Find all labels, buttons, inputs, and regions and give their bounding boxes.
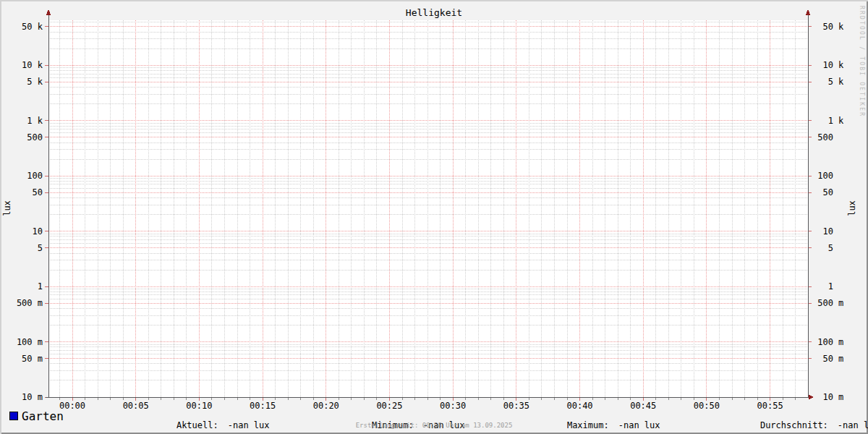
y-tick-label-left: 500 (27, 132, 43, 142)
y-tick-label-left: 100 (27, 171, 43, 181)
x-axis-arrow (809, 395, 814, 400)
y-tick-label-right-unit: k (838, 22, 844, 32)
y-tick-label-left: 50 (33, 187, 43, 197)
y-tick-label-left: 1 (38, 281, 43, 292)
y-tick-label-right: 1 (828, 281, 833, 292)
page-title: Helligkeit (0, 7, 868, 18)
rrdtool-graph: 00:0000:0500:1000:1500:2000:2500:3000:35… (0, 0, 868, 434)
y-tick-label-right: 10 (823, 226, 833, 237)
y-tick-label-right-unit: m (838, 337, 843, 347)
x-tick-label: 00:55 (757, 401, 783, 411)
y-tick-label-right-unit: m (838, 298, 843, 308)
y-tick-label-right-unit: k (838, 60, 844, 70)
y-tick-label-right: 5 (828, 243, 833, 253)
y-tick-label-left: 10 m (22, 392, 43, 402)
y-tick-label-right: 50 (823, 22, 833, 32)
y-tick-label-right: 500 (817, 132, 833, 142)
x-tick-label: 00:10 (186, 401, 212, 411)
y-axis-unit-left: lux (2, 194, 12, 223)
y-tick-label-right-unit: k (838, 77, 844, 87)
y-tick-label-right: 10 (823, 60, 833, 70)
x-tick-label: 00:45 (630, 401, 656, 411)
y-tick-label-left: 50 k (22, 22, 43, 32)
x-tick-label: 00:25 (376, 401, 402, 411)
y-tick-label-left: 500 m (17, 298, 43, 308)
y-axis-unit-right: lux (847, 194, 857, 223)
y-tick-label-left: 50 m (22, 354, 43, 364)
x-tick-label: 00:30 (440, 401, 466, 411)
chart-plot: 00:0000:0500:1000:1500:2000:2500:3000:35… (0, 0, 868, 434)
y-tick-label-right: 100 (817, 337, 833, 347)
y-tick-label-right: 10 (823, 392, 833, 402)
y-tick-label-right: 100 (817, 171, 833, 181)
x-tick-label: 00:15 (250, 401, 276, 411)
y-tick-label-right: 500 (817, 298, 833, 308)
y-tick-label-right-unit: m (838, 354, 843, 364)
y-tick-label-right: 50 (823, 354, 833, 364)
y-tick-label-right-unit: k (838, 116, 844, 126)
x-tick-label: 00:20 (313, 401, 339, 411)
legend-series-label: Garten (22, 412, 64, 421)
x-tick-label: 00:05 (123, 401, 149, 411)
y-tick-label-right-unit: m (838, 392, 843, 402)
x-tick-label: 00:50 (694, 401, 720, 411)
y-tick-label-left: 10 (33, 226, 43, 237)
y-tick-label-right: 50 (823, 187, 833, 197)
y-tick-label-left: 1 k (27, 116, 43, 126)
y-tick-label-left: 5 k (27, 77, 43, 87)
y-tick-label-left: 10 k (22, 60, 43, 70)
rrdtool-watermark: RRDTOOL / TOBI OETIKER (859, 6, 865, 117)
y-tick-label-right: 5 (828, 77, 833, 87)
y-tick-label-left: 5 (38, 243, 43, 253)
x-tick-label: 00:40 (566, 401, 592, 411)
x-tick-label: 00:35 (503, 401, 529, 411)
creation-time-note: Erstellungszeit: 00:58 Uhr am 13.09.2025 (0, 422, 868, 429)
y-tick-label-right: 1 (828, 116, 833, 126)
y-tick-label-left: 100 m (17, 337, 43, 347)
legend-color-swatch (9, 412, 18, 420)
